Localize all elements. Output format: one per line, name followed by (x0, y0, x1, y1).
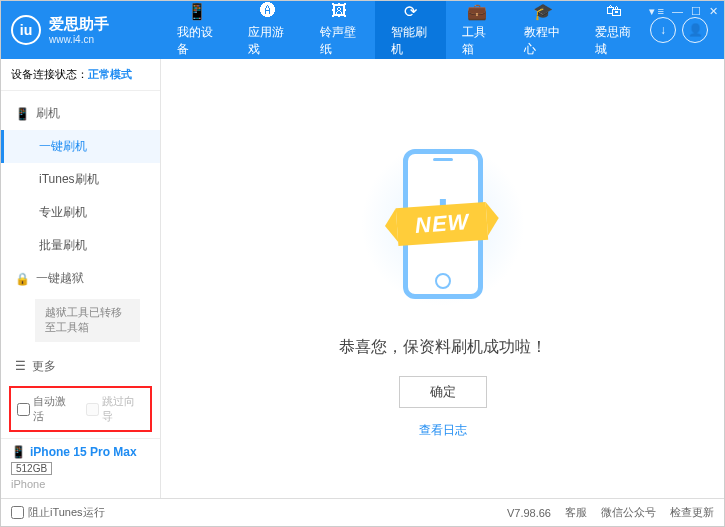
wallpaper-icon: 🖼 (329, 2, 349, 20)
app-name: 爱思助手 (49, 15, 109, 34)
group-more[interactable]: ☰更多 (1, 350, 160, 380)
jailbreak-note: 越狱工具已转移至工具箱 (35, 299, 140, 342)
group-flash[interactable]: 📱刷机 (1, 97, 160, 130)
footer: 阻止iTunes运行 V7.98.66 客服 微信公众号 检查更新 (1, 498, 724, 526)
sidebar-item-batch-flash[interactable]: 批量刷机 (1, 229, 160, 262)
nav-apps-games[interactable]: 🅐应用游戏 (232, 1, 303, 59)
skip-guide-checkbox[interactable]: 跳过向导 (86, 394, 145, 424)
sidebar: 设备连接状态：正常模式 📱刷机 一键刷机 iTunes刷机 专业刷机 批量刷机 … (1, 59, 161, 498)
tutorial-icon: 🎓 (533, 2, 553, 20)
app-header: ▾ ≡ — ☐ ✕ iu 爱思助手 www.i4.cn 📱我的设备 🅐应用游戏 … (1, 1, 724, 59)
view-log-link[interactable]: 查看日志 (419, 422, 467, 439)
nav-store[interactable]: 🛍爱思商城 (579, 1, 650, 59)
top-nav: 📱我的设备 🅐应用游戏 🖼铃声壁纸 ⟳智能刷机 💼工具箱 🎓教程中心 🛍爱思商城 (161, 1, 650, 59)
logo-icon: iu (11, 15, 41, 45)
group-jailbreak: 🔒一键越狱 (1, 262, 160, 295)
nav-tutorials[interactable]: 🎓教程中心 (508, 1, 579, 59)
download-button[interactable]: ↓ (650, 17, 676, 43)
more-icon: ☰ (15, 359, 26, 373)
phone-icon: 📱 (11, 445, 26, 459)
nav-smart-flash[interactable]: ⟳智能刷机 (375, 1, 446, 59)
apps-icon: 🅐 (258, 2, 278, 20)
auto-activate-checkbox[interactable]: 自动激活 (17, 394, 76, 424)
window-controls: ▾ ≡ — ☐ ✕ (649, 5, 718, 18)
success-message: 恭喜您，保资料刷机成功啦！ (339, 337, 547, 358)
minimize-icon[interactable]: — (672, 5, 683, 18)
new-badge: NEW (396, 201, 489, 245)
toolbox-icon: 💼 (467, 2, 487, 20)
version-label: V7.98.66 (507, 507, 551, 519)
success-illustration: ⬇ NEW (353, 139, 533, 309)
ok-button[interactable]: 确定 (399, 376, 487, 408)
logo: iu 爱思助手 www.i4.cn (11, 15, 161, 45)
store-icon: 🛍 (604, 2, 624, 20)
device-name[interactable]: 📱iPhone 15 Pro Max (11, 445, 150, 459)
device-status: 设备连接状态：正常模式 (1, 59, 160, 91)
user-button[interactable]: 👤 (682, 17, 708, 43)
nav-toolbox[interactable]: 💼工具箱 (446, 1, 507, 59)
block-itunes-checkbox[interactable]: 阻止iTunes运行 (11, 505, 105, 520)
device-storage: 512GB (11, 462, 52, 475)
device-type: iPhone (11, 478, 150, 490)
sidebar-item-itunes-flash[interactable]: iTunes刷机 (1, 163, 160, 196)
connected-device: 📱iPhone 15 Pro Max 512GB iPhone (1, 438, 160, 498)
footer-link-wechat[interactable]: 微信公众号 (601, 505, 656, 520)
footer-link-service[interactable]: 客服 (565, 505, 587, 520)
flash-group-icon: 📱 (15, 107, 30, 121)
nav-ringtones[interactable]: 🖼铃声壁纸 (304, 1, 375, 59)
sidebar-item-one-click-flash[interactable]: 一键刷机 (1, 130, 160, 163)
sidebar-item-pro-flash[interactable]: 专业刷机 (1, 196, 160, 229)
app-url: www.i4.cn (49, 34, 109, 45)
activation-options: 自动激活 跳过向导 (9, 386, 152, 432)
flash-icon: ⟳ (400, 2, 420, 20)
lock-icon: 🔒 (15, 272, 30, 286)
device-icon: 📱 (187, 2, 207, 20)
nav-my-device[interactable]: 📱我的设备 (161, 1, 232, 59)
footer-link-update[interactable]: 检查更新 (670, 505, 714, 520)
main-content: ⬇ NEW 恭喜您，保资料刷机成功啦！ 确定 查看日志 (161, 59, 724, 498)
close-icon[interactable]: ✕ (709, 5, 718, 18)
